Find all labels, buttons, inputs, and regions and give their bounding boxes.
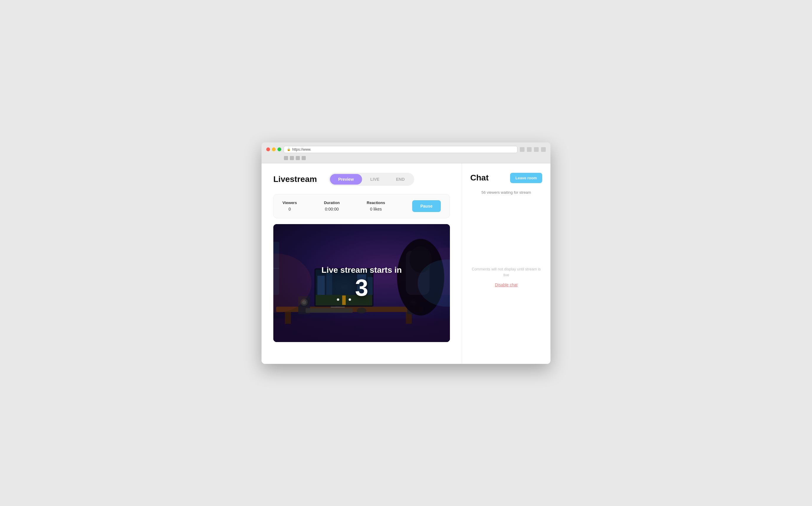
traffic-lights bbox=[266, 148, 281, 151]
viewers-waiting: 56 viewers waiting for stream bbox=[470, 190, 542, 195]
toolbar-btn-1[interactable] bbox=[520, 147, 525, 152]
toolbar-buttons bbox=[520, 147, 546, 152]
reactions-label: Reactions bbox=[367, 200, 385, 205]
maximize-button[interactable] bbox=[277, 148, 281, 151]
nav-home[interactable] bbox=[302, 156, 306, 160]
nav-forward[interactable] bbox=[290, 156, 294, 160]
stage-live-button[interactable]: LIVE bbox=[362, 174, 388, 185]
main-header: Livestream Preview LIVE END bbox=[273, 173, 450, 186]
svg-point-32 bbox=[357, 308, 366, 314]
duration-label: Duration bbox=[324, 200, 340, 205]
close-button[interactable] bbox=[266, 148, 270, 151]
stream-preview: Live stream starts in 3 bbox=[273, 224, 450, 342]
browser-content: Livestream Preview LIVE END Viewers 0 Du… bbox=[262, 163, 550, 364]
nav-refresh[interactable] bbox=[296, 156, 300, 160]
leave-room-button[interactable]: Leave room bbox=[510, 173, 542, 183]
stream-overlay: Live stream starts in 3 bbox=[322, 265, 401, 301]
nav-back[interactable] bbox=[284, 156, 288, 160]
url-text: https://www. bbox=[292, 148, 311, 152]
stage-preview-button[interactable]: Preview bbox=[330, 174, 362, 185]
reactions-stat: Reactions 0 likes bbox=[367, 200, 385, 212]
chat-header: Chat Leave room bbox=[470, 173, 542, 183]
duration-value: 0:00:00 bbox=[325, 207, 339, 212]
page-title: Livestream bbox=[273, 175, 317, 184]
toolbar-btn-3[interactable] bbox=[534, 147, 539, 152]
stats-bar: Viewers 0 Duration 0:00:00 Reactions 0 l… bbox=[273, 194, 450, 218]
url-bar[interactable]: 🔒 https://www. bbox=[284, 146, 518, 153]
svg-rect-31 bbox=[306, 308, 353, 313]
viewers-value: 0 bbox=[289, 207, 291, 212]
viewers-label: Viewers bbox=[282, 200, 297, 205]
minimize-button[interactable] bbox=[272, 148, 276, 151]
stage-nav: Preview LIVE END bbox=[329, 173, 414, 186]
reactions-value: 0 likes bbox=[370, 207, 382, 212]
chat-panel: Chat Leave room 56 viewers waiting for s… bbox=[462, 163, 550, 364]
duration-stat: Duration 0:00:00 bbox=[324, 200, 340, 212]
browser-titlebar: 🔒 https://www. bbox=[262, 143, 550, 163]
toolbar-btn-4[interactable] bbox=[541, 147, 546, 152]
disable-chat-link[interactable]: Disable chat bbox=[495, 282, 518, 287]
countdown-number: 3 bbox=[322, 275, 401, 301]
chat-title: Chat bbox=[470, 173, 488, 182]
svg-rect-1 bbox=[273, 319, 450, 342]
browser-window: 🔒 https://www. Livestream P bbox=[262, 143, 550, 364]
viewers-stat: Viewers 0 bbox=[282, 200, 297, 212]
lock-icon: 🔒 bbox=[287, 148, 290, 151]
chat-middle: Comments will not display until stream i… bbox=[470, 199, 542, 354]
toolbar-btn-2[interactable] bbox=[527, 147, 532, 152]
stage-end-button[interactable]: END bbox=[388, 174, 413, 185]
countdown-label: Live stream starts in bbox=[322, 265, 401, 275]
comments-notice: Comments will not display until stream i… bbox=[470, 266, 542, 278]
pause-button[interactable]: Pause bbox=[412, 200, 441, 212]
svg-rect-3 bbox=[285, 312, 291, 324]
main-panel: Livestream Preview LIVE END Viewers 0 Du… bbox=[262, 163, 462, 364]
